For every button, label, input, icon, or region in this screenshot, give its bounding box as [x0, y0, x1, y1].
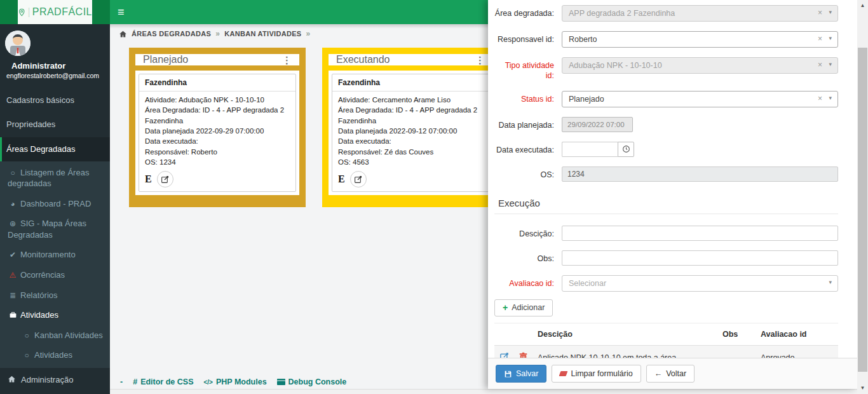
- responsavel-select[interactable]: Roberto × ▾: [562, 31, 838, 48]
- table-header-row: Descição Obs Avaliacao id: [494, 323, 838, 345]
- kanban-column-executando: Executando ⋮ Fazendinha Atividade: Cerca…: [322, 48, 499, 207]
- php-modules-link[interactable]: </>PHP Modules: [203, 377, 266, 386]
- activity-form-panel: Área degradada: APP degradada 2 Fazendin…: [488, 0, 857, 389]
- data-executada-input[interactable]: [562, 142, 618, 157]
- sidebar-item-dashboard-prad[interactable]: ◕Dashboard - PRAD: [0, 194, 110, 214]
- sidebar-item-sig-mapa[interactable]: ⊕SIG - Mapa Áreas Degradadas: [0, 214, 110, 245]
- limpar-formulario-button[interactable]: Limpar formulário: [552, 365, 641, 383]
- section-divider: [494, 214, 838, 214]
- user-email: engflorestalroberto@gmail.com: [6, 72, 104, 79]
- card-line-responsavel: Responsável: Roberto: [145, 147, 290, 157]
- card-edit-button[interactable]: [350, 171, 367, 187]
- os-label: OS:: [494, 166, 562, 180]
- brand-area: | PRADFÁCIL: [0, 0, 110, 24]
- app-logo[interactable]: | PRADFÁCIL: [18, 0, 92, 24]
- pencil-square-icon: [354, 175, 362, 184]
- avaliacao-select[interactable]: Selecionar ▾: [562, 275, 838, 292]
- responsavel-label: Responsavel id:: [494, 31, 562, 44]
- sidebar-toggle-icon[interactable]: ≡: [118, 4, 125, 20]
- logo-text: PRADFÁCIL: [32, 6, 92, 18]
- data-planejada-input[interactable]: [562, 117, 633, 132]
- logo-divider: |: [28, 6, 31, 18]
- column-title: Executando: [336, 54, 390, 65]
- user-name: Administrator: [11, 61, 104, 71]
- descricao-label: Descição:: [494, 226, 562, 239]
- breadcrumb-kanban-atividades[interactable]: KANBAN ATIVIDADES: [224, 30, 301, 37]
- area-degradada-select[interactable]: APP degradada 2 Fazendinha × ▾: [562, 5, 838, 22]
- card-farm-name: Fazendinha: [139, 74, 295, 92]
- sidebar-item-cadastros-basicos[interactable]: Cadastros básicos: [0, 88, 110, 112]
- clear-icon[interactable]: ×: [818, 8, 822, 17]
- sidebar-item-areas-degradadas[interactable]: Áreas Degradadas: [0, 137, 110, 161]
- sidebar-item-atividades-sub[interactable]: ○Atividades: [0, 345, 110, 365]
- chevron-down-icon: ▾: [829, 61, 832, 67]
- scroll-down-arrow[interactable]: ▼: [857, 384, 868, 393]
- descricao-column-header: Descição: [532, 323, 717, 345]
- arrow-left-icon: ←: [654, 369, 663, 378]
- scrollbar-thumb[interactable]: [858, 48, 867, 372]
- circle-o-icon: ○: [22, 350, 32, 360]
- delete-column-header: [514, 323, 532, 345]
- sidebar-item-relatorios[interactable]: ≣Relatórios: [0, 285, 110, 306]
- data-executada-label: Data executada:: [494, 142, 562, 155]
- sidebar-item-listagem[interactable]: ○Listagem de Áreas degradadas: [0, 163, 110, 194]
- data-planejada-label: Data planejada:: [494, 117, 562, 130]
- descricao-input[interactable]: [562, 226, 838, 241]
- kanban-column-planejado: Planejado ⋮ Fazendinha Atividade: Adubaç…: [129, 48, 306, 207]
- sidebar-item-monitoramento[interactable]: ✔Monitoramento: [0, 245, 110, 265]
- sidebar-menu: Cadastros básicos Propriedades Áreas Deg…: [0, 88, 110, 394]
- column-menu-icon[interactable]: ⋮: [475, 55, 485, 65]
- clear-icon[interactable]: ×: [818, 34, 822, 43]
- debug-console-link[interactable]: Debug Console: [277, 377, 347, 386]
- voltar-button[interactable]: ← Voltar: [646, 365, 695, 383]
- kanban-card[interactable]: Fazendinha Atividade: Cercamento Arame L…: [332, 74, 489, 192]
- tipo-atividade-select[interactable]: Adubação NPK - 10-10-10 × ▾: [562, 57, 838, 74]
- kanban-column-header: Planejado ⋮: [135, 54, 299, 65]
- breadcrumb-areas-degradadas[interactable]: ÁREAS DEGRADADAS: [132, 30, 211, 37]
- pie-chart-icon: ◕: [8, 199, 18, 209]
- map-pin-icon: [18, 8, 26, 17]
- vertical-scrollbar[interactable]: ▲ ▼: [857, 0, 868, 394]
- kanban-column-header: Executando ⋮: [329, 54, 492, 65]
- adicionar-button[interactable]: + Adicionar: [494, 299, 553, 316]
- eraser-icon: [559, 371, 568, 376]
- os-input[interactable]: [562, 166, 838, 182]
- kanban-card[interactable]: Fazendinha Atividade: Adubação NPK - 10-…: [139, 74, 296, 192]
- plus-icon: +: [503, 303, 508, 312]
- card-line-data-executada: Data executada:: [338, 136, 483, 146]
- save-icon: [504, 370, 512, 378]
- warning-icon: ⚠: [8, 270, 18, 280]
- report-lines-icon: ≣: [8, 290, 18, 301]
- datetime-picker-button[interactable]: [618, 142, 634, 157]
- card-line-area: Área Degradada: ID - 4 - APP degradada 2…: [145, 105, 290, 126]
- sidebar-item-kanban-atividades[interactable]: ○Kanban Atividades: [0, 325, 110, 346]
- clear-icon[interactable]: ×: [818, 60, 822, 69]
- column-menu-icon[interactable]: ⋮: [282, 55, 292, 65]
- kanban-column-body: Fazendinha Atividade: Cercamento Arame L…: [329, 71, 492, 195]
- sidebar-item-propriedades[interactable]: Propriedades: [0, 112, 110, 137]
- breadcrumb-separator: »: [215, 29, 220, 38]
- status-select[interactable]: Planejado × ▾: [562, 91, 838, 107]
- sidebar: Administrator engflorestalroberto@gmail.…: [0, 24, 110, 394]
- sidebar-item-atividades[interactable]: Atividades: [0, 305, 110, 325]
- check-circle-icon: ✔: [8, 250, 18, 260]
- row-delete-button[interactable]: [519, 352, 527, 358]
- avaliacao-column-header: Avaliacao id: [756, 323, 838, 345]
- editor-css-link[interactable]: #Editor de CSS: [133, 377, 193, 386]
- card-details: Atividade: Adubação NPK - 10-10-10 Área …: [139, 92, 295, 168]
- breadcrumb: ÁREAS DEGRADADAS » KANBAN ATIVIDADES »: [119, 29, 310, 38]
- salvar-button[interactable]: Salvar: [496, 365, 546, 383]
- card-line-responsavel: Responsável: Zé das Couves: [338, 147, 483, 157]
- row-avaliacao: Aprovado: [756, 345, 838, 358]
- scroll-up-arrow[interactable]: ▲: [857, 1, 868, 10]
- card-actions: E: [332, 168, 489, 191]
- execucao-table: Descição Obs Avaliacao id: [494, 323, 838, 358]
- sidebar-item-ocorrencias[interactable]: ⚠Ocorrências: [0, 265, 110, 285]
- clear-icon[interactable]: ×: [818, 94, 822, 103]
- pencil-square-icon: [499, 352, 509, 358]
- sidebar-item-administracao[interactable]: Administração: [0, 368, 110, 392]
- card-edit-button[interactable]: [157, 171, 173, 187]
- row-edit-button[interactable]: [499, 352, 509, 358]
- app-window: | PRADFÁCIL ≡ Administrator engflorestal…: [0, 0, 868, 394]
- obs-input[interactable]: [562, 250, 838, 266]
